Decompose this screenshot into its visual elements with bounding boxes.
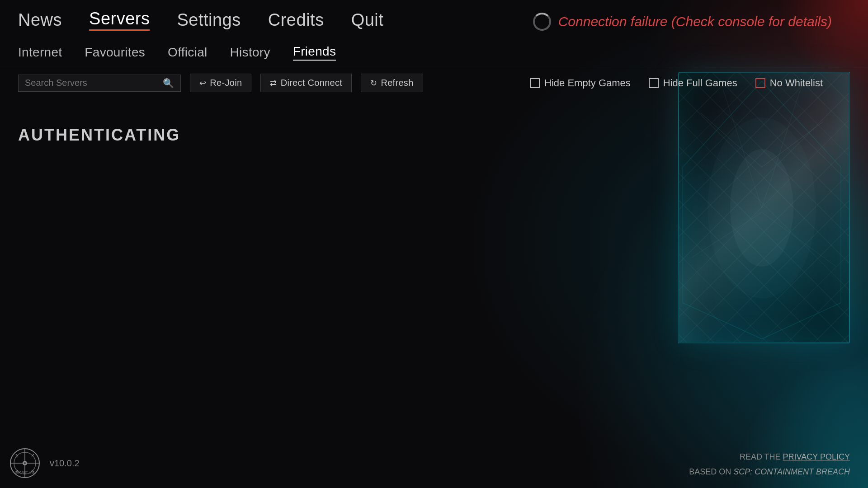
filters: Hide Empty Games Hide Full Games No Whit… <box>530 77 850 89</box>
sub-nav: Internet Favourites Official History Fri… <box>0 40 868 67</box>
main-content: AUTHENTICATING <box>0 99 868 172</box>
rejoin-button[interactable]: ↩ Re-Join <box>190 74 251 92</box>
svg-line-4 <box>683 303 762 339</box>
direct-connect-button[interactable]: ⇄ Direct Connect <box>260 74 352 92</box>
subnav-favourites[interactable]: Favourites <box>85 45 145 60</box>
footer-right: READ THE PRIVACY POLICY BASED ON SCP: CO… <box>689 450 850 479</box>
filter-hide-empty-checkbox[interactable] <box>530 78 540 88</box>
nav-item-news[interactable]: News <box>18 10 62 30</box>
nav-item-credits[interactable]: Credits <box>268 10 324 30</box>
subnav-friends[interactable]: Friends <box>293 44 336 61</box>
refresh-button[interactable]: ↻ Refresh <box>361 74 423 92</box>
filter-hide-full[interactable]: Hide Full Games <box>649 77 737 89</box>
direct-connect-icon: ⇄ <box>270 78 277 88</box>
search-box[interactable]: 🔍 <box>18 75 181 92</box>
version-label: v10.0.2 <box>50 458 80 469</box>
search-input[interactable] <box>25 78 158 88</box>
authenticating-status: AUTHENTICATING <box>18 126 850 145</box>
search-icon[interactable]: 🔍 <box>163 78 174 89</box>
svg-text:SECRET LAB: SECRET LAB <box>15 471 35 474</box>
subnav-history[interactable]: History <box>230 45 270 60</box>
main-nav: News Servers Settings Credits Quit <box>18 9 410 31</box>
privacy-line: READ THE PRIVACY POLICY <box>689 450 850 464</box>
filter-hide-full-label: Hide Full Games <box>663 77 737 89</box>
rejoin-icon: ↩ <box>199 78 206 88</box>
based-on-line: BASED ON SCP: CONTAINMENT BREACH <box>689 465 850 479</box>
filter-no-whitelist[interactable]: No Whitelist <box>755 77 823 89</box>
svg-line-11 <box>762 212 836 267</box>
top-nav: News Servers Settings Credits Quit Conne… <box>0 0 868 40</box>
connection-error-text: Connection failure (Check console for de… <box>558 14 832 29</box>
loading-spinner <box>533 13 551 31</box>
refresh-icon: ↻ <box>370 78 377 88</box>
filter-hide-empty[interactable]: Hide Empty Games <box>530 77 631 89</box>
toolbar: 🔍 ↩ Re-Join ⇄ Direct Connect ↻ Refresh H… <box>0 67 868 99</box>
filter-no-whitelist-checkbox[interactable] <box>755 78 765 88</box>
secret-lab-logo: SECRET LAB <box>9 447 41 479</box>
nav-item-quit[interactable]: Quit <box>351 10 384 30</box>
svg-line-10 <box>692 212 762 258</box>
svg-line-5 <box>762 303 841 339</box>
filter-hide-empty-label: Hide Empty Games <box>544 77 631 89</box>
nav-item-settings[interactable]: Settings <box>177 10 241 30</box>
svg-point-23 <box>24 462 26 464</box>
privacy-policy-link[interactable]: PRIVACY POLICY <box>783 452 850 461</box>
filter-no-whitelist-label: No Whitelist <box>770 77 823 89</box>
bottom-bar: SECRET LAB v10.0.2 <box>9 447 80 479</box>
connection-status: Connection failure (Check console for de… <box>533 13 832 31</box>
filter-hide-full-checkbox[interactable] <box>649 78 659 88</box>
subnav-internet[interactable]: Internet <box>18 45 62 60</box>
subnav-official[interactable]: Official <box>168 45 207 60</box>
based-game-name: SCP: CONTAINMENT BREACH <box>733 467 850 476</box>
nav-item-servers[interactable]: Servers <box>89 9 150 31</box>
